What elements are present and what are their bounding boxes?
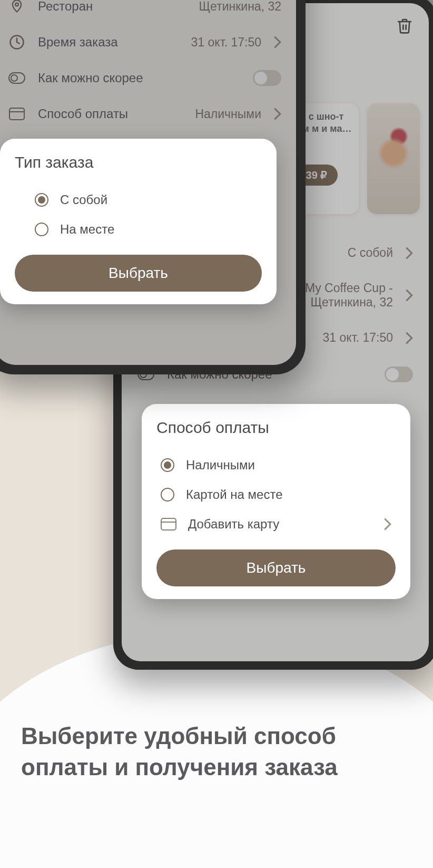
order-type-option-takeaway[interactable]: С собой [31, 185, 262, 215]
dialog-title: Способ оплаты [156, 419, 396, 437]
select-button[interactable]: Выбрать [15, 255, 262, 292]
option-label: На месте [60, 222, 114, 237]
option-label: Картой на месте [186, 487, 282, 502]
order-type-dialog: Тип заказа С собой На месте Выбрать [0, 139, 277, 304]
card-icon [161, 518, 176, 531]
link-label: Добавить карту [188, 517, 279, 532]
dialog-title: Тип заказа [15, 153, 262, 171]
order-type-option-dinein[interactable]: На месте [31, 215, 262, 244]
add-card-link[interactable]: Добавить карту [156, 509, 396, 539]
option-label: Наличными [186, 458, 255, 472]
select-button[interactable]: Выбрать [156, 549, 396, 586]
radio-icon [35, 223, 48, 236]
promo-headline: Выберите удобный способ оплаты и получен… [21, 720, 412, 783]
radio-selected-icon [161, 458, 174, 472]
radio-selected-icon [35, 193, 48, 207]
payment-method-dialog: Способ оплаты Наличными Картой на месте … [142, 404, 410, 599]
chevron-right-icon [384, 518, 391, 530]
payment-option-cash[interactable]: Наличными [156, 450, 396, 480]
radio-icon [161, 488, 174, 501]
svg-rect-2 [161, 518, 176, 530]
payment-option-card-onsite[interactable]: Картой на месте [156, 480, 396, 509]
option-label: С собой [60, 192, 107, 207]
